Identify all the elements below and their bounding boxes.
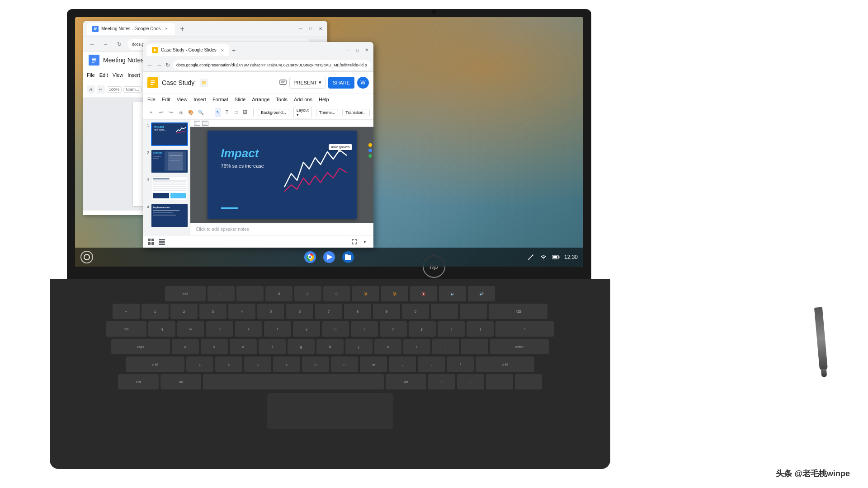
slides-present-btn[interactable]: PRESENT ▾ xyxy=(289,77,326,89)
slides-new-tab-btn[interactable]: + xyxy=(229,46,238,55)
key-k[interactable]: k xyxy=(374,339,401,354)
key-x[interactable]: x xyxy=(215,357,242,372)
docs-tab-close[interactable]: × xyxy=(163,26,170,32)
main-slide-canvas[interactable]: Impact 76% sales increase xyxy=(208,131,357,219)
files-dock-icon[interactable] xyxy=(341,250,355,264)
slides-undo-btn[interactable]: ↩ xyxy=(156,108,165,117)
key-d[interactable]: d xyxy=(230,339,257,354)
slides-tab[interactable]: Case Study - Google Slides × xyxy=(146,44,229,56)
docs-print-btn[interactable]: 🖨 xyxy=(87,85,95,94)
key-caps[interactable]: caps xyxy=(111,339,170,354)
slides-menu-file[interactable]: File xyxy=(147,97,156,102)
slides-menu-arrange[interactable]: Arrange xyxy=(252,97,269,102)
slides-menu-addons[interactable]: Add-ons xyxy=(294,97,312,102)
key-6[interactable]: 6 xyxy=(286,304,313,319)
slides-menu-view[interactable]: View xyxy=(177,97,188,102)
slide-thumb-preview-4[interactable]: Implementation xyxy=(151,204,188,227)
chrome-dock-icon[interactable] xyxy=(303,250,317,264)
slide-thumb-preview-1[interactable]: Impact 76% sales... xyxy=(151,122,188,146)
slides-text-btn[interactable]: T xyxy=(224,108,230,117)
slides-redo-btn[interactable]: ↪ xyxy=(166,108,175,117)
docs-menu-file[interactable]: File xyxy=(87,72,95,78)
key-w[interactable]: w xyxy=(177,321,204,337)
slide-notes-area[interactable]: Click to add speaker notes xyxy=(190,223,373,235)
docs-maximize-btn[interactable]: □ xyxy=(307,26,314,32)
trackpad[interactable] xyxy=(267,393,393,429)
docs-back-btn[interactable]: ← xyxy=(87,39,98,50)
key-equals[interactable]: = xyxy=(460,304,487,319)
key-period[interactable]: . xyxy=(418,357,445,372)
key-r[interactable]: r xyxy=(235,321,262,337)
docs-style-selector[interactable]: Norm... xyxy=(123,86,142,93)
docs-minimize-btn[interactable]: ─ xyxy=(297,26,304,32)
key-lbracket[interactable]: [ xyxy=(438,321,465,337)
slides-refresh-btn[interactable]: ↻ xyxy=(165,61,171,69)
key-t[interactable]: t xyxy=(264,321,291,337)
key-alt[interactable]: alt xyxy=(160,374,201,389)
slides-zoom-btn[interactable]: 🔍 xyxy=(196,108,205,117)
slides-background-btn[interactable]: Background... xyxy=(258,109,289,116)
slide-thumb-preview-2[interactable]: Solution Innovative solution xyxy=(151,150,188,173)
key-j[interactable]: j xyxy=(345,339,373,354)
key-minus[interactable]: - xyxy=(431,304,458,319)
slide-thumb-3[interactable]: 3 xyxy=(145,177,188,200)
key-f8[interactable]: 🔇 xyxy=(410,286,437,301)
key-backslash[interactable]: \ xyxy=(495,321,554,337)
key-p[interactable]: p xyxy=(409,321,436,337)
key-b[interactable]: b xyxy=(302,357,329,372)
docs-new-tab-btn[interactable]: + xyxy=(177,23,188,34)
pen-icon[interactable] xyxy=(526,253,535,262)
key-right[interactable]: → xyxy=(515,374,542,389)
docs-close-btn[interactable]: ✕ xyxy=(317,26,324,32)
key-a[interactable]: a xyxy=(172,339,199,354)
key-e[interactable]: e xyxy=(206,321,233,337)
slides-add-slide-btn[interactable]: + xyxy=(146,108,156,117)
key-s[interactable]: s xyxy=(201,339,228,354)
key-9[interactable]: 9 xyxy=(373,304,400,319)
key-n[interactable]: n xyxy=(331,357,358,372)
slides-print-btn[interactable]: 🖨 xyxy=(176,108,185,117)
key-backspace[interactable]: ⌫ xyxy=(489,304,547,319)
key-0[interactable]: 0 xyxy=(402,304,429,319)
slides-menu-tools[interactable]: Tools xyxy=(276,97,288,102)
slides-shape-btn[interactable]: □ xyxy=(233,108,239,117)
slides-share-btn[interactable]: SHARE xyxy=(328,77,354,89)
slides-list-view-btn[interactable] xyxy=(157,237,166,246)
key-q[interactable]: q xyxy=(148,321,175,337)
slides-folder-icon[interactable]: 📁 xyxy=(200,79,208,87)
key-esc[interactable]: esc xyxy=(165,286,206,301)
slides-image-btn[interactable]: 🖼 xyxy=(242,108,248,117)
docs-undo-btn[interactable]: ↩ xyxy=(97,85,105,94)
slides-select-btn[interactable]: ↖ xyxy=(215,108,221,117)
slides-menu-slide[interactable]: Slide xyxy=(235,97,245,102)
slides-tab-close[interactable]: × xyxy=(221,47,224,53)
key-ctrl[interactable]: ctrl xyxy=(118,374,159,389)
docs-forward-btn[interactable]: → xyxy=(100,39,111,50)
slides-address-field[interactable]: docs.google.com/presentation/d/1lXY9MYuh… xyxy=(173,60,371,70)
key-space[interactable] xyxy=(203,374,384,389)
key-y[interactable]: y xyxy=(293,321,320,337)
key-slash[interactable]: / xyxy=(447,357,474,372)
key-7[interactable]: 7 xyxy=(315,304,342,319)
key-semicolon[interactable]: ; xyxy=(432,339,459,354)
key-3[interactable]: 3 xyxy=(199,304,226,319)
slides-back-btn[interactable]: ← xyxy=(146,61,154,69)
slide-thumb-2[interactable]: 2 Solution Innovative solution xyxy=(145,150,188,173)
key-2[interactable]: 2 xyxy=(170,304,198,319)
key-f9[interactable]: 🔉 xyxy=(439,286,466,301)
key-f6[interactable]: 🔅 xyxy=(352,286,379,301)
key-l[interactable]: l xyxy=(403,339,430,354)
key-comma[interactable]: , xyxy=(389,357,416,372)
key-4[interactable]: 4 xyxy=(228,304,255,319)
slides-minimize-btn[interactable]: ─ xyxy=(345,47,352,53)
key-o[interactable]: o xyxy=(380,321,407,337)
slides-maximize-btn[interactable]: □ xyxy=(354,47,361,53)
key-m[interactable]: m xyxy=(360,357,387,372)
play-store-dock-icon[interactable] xyxy=(322,250,336,264)
slides-forward-btn[interactable]: → xyxy=(156,61,163,69)
slides-menu-insert[interactable]: Insert xyxy=(193,97,206,102)
slides-window[interactable]: Case Study - Google Slides × + ─ □ ✕ ← xyxy=(143,42,373,248)
key-z[interactable]: z xyxy=(186,357,213,372)
key-f10[interactable]: 🔊 xyxy=(468,286,495,301)
docs-menu-insert[interactable]: Insert xyxy=(127,72,140,78)
